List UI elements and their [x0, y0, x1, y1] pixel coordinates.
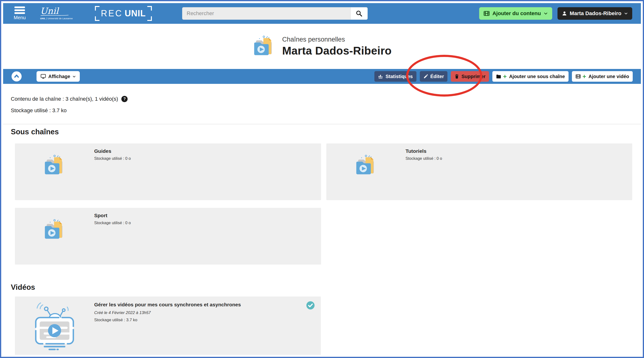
chevron-up-icon: [13, 73, 20, 80]
plus-icon: +: [582, 73, 586, 80]
subchannel-storage: Stockage utilisé : 0 o: [406, 156, 442, 161]
channel-header: Chaînes personnelles Marta Dados-Ribeiro: [3, 24, 641, 69]
recunil-page: Menu Unil UNIL| Université de Lausanne R…: [3, 3, 641, 355]
videos-section-title: Vidéos: [11, 283, 641, 292]
bar-chart-icon: [378, 74, 383, 79]
published-check-icon: [306, 301, 314, 310]
film-icon: [576, 74, 581, 79]
add-video-button[interactable]: + Ajouter une vidéo: [572, 71, 633, 82]
plus-icon: +: [503, 73, 506, 80]
folder-icon: [496, 74, 501, 79]
pencil-icon: [424, 74, 428, 79]
video-storage: Stockage utilisé : 3.7 ko: [94, 318, 241, 322]
recunil-logo[interactable]: REC UNIL: [95, 6, 152, 22]
user-icon: [562, 11, 567, 16]
subchannel-title: Guides: [94, 148, 131, 154]
search-bar: [182, 7, 368, 20]
supprimer-button[interactable]: Supprimer: [451, 71, 489, 82]
menu-label: Menu: [14, 15, 26, 20]
search-icon: [356, 10, 362, 17]
unil-logo-swoosh-icon: [40, 14, 69, 16]
subchannels-section-title: Sous chaînes: [11, 128, 641, 136]
subchannel-card-sport[interactable]: Sport Stockage utilisé : 0 o: [15, 208, 321, 264]
subchannel-title: Sport: [94, 213, 131, 218]
channel-info: Contenu de la chaîne : 3 chaîne(s), 1 vi…: [3, 84, 641, 114]
chevron-down-icon: [72, 75, 76, 78]
channel-toolbar: Affichage Statistiques Éditer Supprimer …: [3, 69, 641, 84]
subchannel-folder-icon: [43, 219, 66, 241]
channel-content-summary: Contenu de la chaîne : 3 chaîne(s), 1 vi…: [11, 96, 118, 102]
rec-logo-rec: REC: [101, 8, 123, 18]
bracket-right-icon: [148, 6, 152, 21]
search-input[interactable]: [182, 7, 350, 20]
divider: [3, 124, 641, 124]
unil-logo-caption: UNIL| Université de Lausanne: [40, 17, 73, 20]
page-title: Marta Dados-Ribeiro: [282, 44, 392, 57]
hamburger-icon: [14, 6, 25, 14]
search-button[interactable]: [350, 7, 368, 20]
subchannel-card-tutoriels[interactable]: Tutoriels Stockage utilisé : 0 o: [326, 144, 632, 200]
toolbar-actions: Statistiques Éditer Supprimer + Ajouter …: [374, 71, 633, 82]
video-title: Gérer les vidéos pour mes cours synchron…: [94, 302, 241, 308]
subchannel-folder-icon: [354, 154, 378, 176]
subchannel-title: Tutoriels: [406, 148, 442, 154]
trash-icon: [454, 74, 459, 79]
top-navbar: Menu Unil UNIL| Université de Lausanne R…: [3, 3, 641, 24]
add-content-button[interactable]: Ajouter du contenu: [479, 7, 552, 20]
channel-subtitle: Chaînes personnelles: [282, 36, 392, 43]
chevron-down-icon: [544, 11, 548, 16]
video-created-date: Créé le 4 Février 2022 à 13h57: [94, 310, 241, 315]
slide-frame: Menu Unil UNIL| Université de Lausanne R…: [0, 0, 644, 358]
subchannel-storage: Stockage utilisé : 0 o: [94, 156, 131, 161]
add-subchannel-button[interactable]: + Ajouter une sous chaîne: [492, 71, 568, 82]
statistiques-button[interactable]: Statistiques: [374, 71, 416, 82]
channel-folder-icon: [252, 35, 276, 58]
editer-button[interactable]: Éditer: [420, 71, 448, 82]
unil-logo-script: Unil: [40, 7, 73, 15]
film-icon: [484, 10, 490, 16]
display-icon: [40, 74, 46, 79]
video-card[interactable]: Gérer les vidéos pour mes cours synchron…: [15, 296, 321, 355]
rec-logo-unil: UNIL: [125, 8, 146, 18]
collapse-up-button[interactable]: [12, 71, 22, 82]
subchannel-card-guides[interactable]: Guides Stockage utilisé : 0 o: [15, 144, 321, 200]
bracket-left-icon: [95, 6, 98, 21]
unil-logo[interactable]: Unil UNIL| Université de Lausanne: [40, 7, 73, 20]
navbar-actions: Ajouter du contenu Marta Dados-Ribeiro: [479, 7, 632, 20]
subchannel-folder-icon: [43, 154, 66, 176]
subchannel-grid: Guides Stockage utilisé : 0 o Tutoriels …: [15, 144, 632, 264]
affichage-dropdown[interactable]: Affichage: [36, 71, 80, 82]
menu-button[interactable]: Menu: [14, 6, 26, 20]
user-menu-button[interactable]: Marta Dados-Ribeiro: [558, 7, 632, 20]
video-tv-icon: [30, 302, 78, 350]
chevron-down-icon: [624, 12, 628, 16]
subchannel-storage: Stockage utilisé : 0 o: [94, 220, 131, 225]
channel-storage: Stockage utilisé : 3.7 ko: [11, 108, 641, 114]
help-icon[interactable]: ?: [121, 96, 128, 102]
